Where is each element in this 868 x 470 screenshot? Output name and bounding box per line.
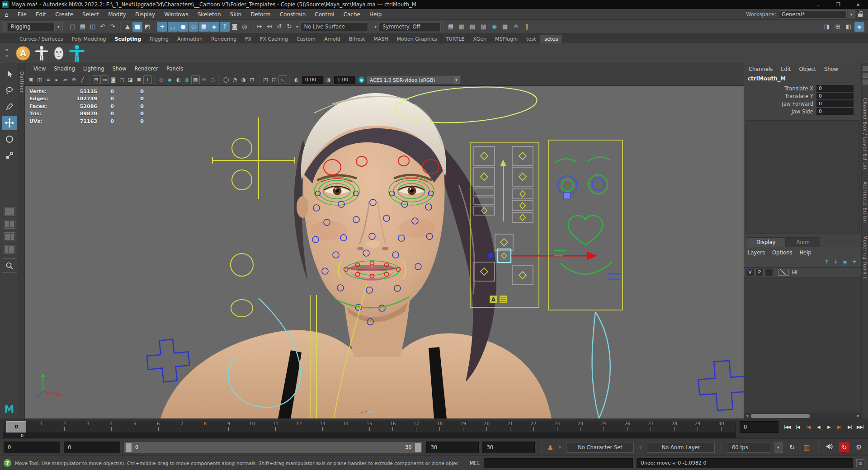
uv-editor-icon[interactable]: ▤ [446,22,456,32]
move-layer-down-icon[interactable]: ↓ [834,258,838,265]
scale-tool[interactable] [2,148,17,163]
exposure-icon[interactable]: ◐ [292,75,301,84]
shelf-tab-rendering[interactable]: Rendering [207,35,241,43]
step-back-key-button[interactable]: |◀ [803,421,813,432]
cb-menu-edit[interactable]: Edit [781,66,791,72]
resolution-gate-icon[interactable]: ◙ [109,75,118,84]
input-connections-icon[interactable]: ↦ [255,22,264,32]
shelf-tab-setea[interactable]: setea [540,35,562,43]
go-to-end-button[interactable]: ▶▶| [855,421,865,432]
motion-blur-icon[interactable]: ◌ [208,75,217,84]
film-gate-icon[interactable]: ▭ [100,75,109,84]
output-connections-icon[interactable]: ↤ [264,22,274,32]
zoom-layout-button[interactable] [2,258,17,273]
outliner-panel-tab[interactable]: Outliner [19,63,25,418]
vp-menu-view[interactable]: View [29,66,50,72]
no-live-surface-field[interactable]: No Live Surface [300,22,368,31]
menu-skeleton[interactable]: Skeleton [193,11,226,18]
frame-tick[interactable]: 24 [569,421,592,432]
menu-constrain[interactable]: Constrain [275,11,311,18]
exposure-field[interactable]: 0.00 [302,76,323,84]
frame-tick[interactable]: 10 [241,421,264,432]
menu-help[interactable]: Help [365,11,386,18]
channel-attribute-row[interactable]: Jaw Side 0 [744,108,861,115]
le-menu-options[interactable]: Options [772,249,792,256]
current-frame-field[interactable]: 0 [740,421,778,433]
redo-icon[interactable]: ↷ [108,22,118,32]
layer-name[interactable]: Hi [792,269,797,276]
grid-toggle-icon[interactable]: ⊞ [92,75,100,84]
shelf-item-face-mask[interactable] [53,46,65,61]
le-menu-help[interactable]: Help [799,249,811,256]
select-camera-icon[interactable]: ▣ [27,75,35,84]
channel-attribute-row[interactable]: Translate X 0 [744,85,861,92]
vp-menu-panels[interactable]: Panels [162,66,187,72]
bookmark-icon[interactable]: ▸ [52,75,61,84]
mute-audio-icon[interactable] [824,443,835,451]
shelf-tab-fx-caching[interactable]: FX Caching [256,35,292,43]
render-settings-icon[interactable]: ▨ [478,22,488,32]
snap-to-grids-icon[interactable]: + [157,22,167,32]
vp-menu-shading[interactable]: Shading [50,66,79,72]
field-chart-icon[interactable]: ◪ [126,75,135,84]
snap-to-points-icon[interactable]: ● [178,22,188,32]
minimize-button[interactable]: – [808,0,828,9]
modeling-toolkit-tab[interactable]: Modeling Toolkit [863,235,868,279]
safe-action-icon[interactable]: ▣ [135,75,143,84]
move-tool[interactable] [2,116,17,130]
frame-tick[interactable]: 27 [639,421,663,432]
playhead[interactable]: 0 [6,421,26,432]
layer-color-swatch[interactable] [778,269,789,276]
cb-menu-show[interactable]: Show [824,66,838,72]
split-pane-layout-button[interactable] [4,232,15,241]
range-slider[interactable]: 0 30 [124,442,423,453]
live-surface-caret-icon[interactable]: ▾ [296,24,298,29]
cb-menu-channels[interactable]: Channels [749,66,773,72]
node-editor-icon[interactable]: ▥ [457,22,467,32]
frame-tick[interactable]: 29 [686,421,709,432]
render-view-icon[interactable]: ◉ [489,22,499,32]
menu-set-caret-icon[interactable]: ▾ [55,22,63,31]
shelf-tab-bifrost[interactable]: Bifrost [345,35,370,43]
shelf-tab-msplugin[interactable]: MSPlugin [491,35,522,43]
frame-tick[interactable]: 6 [146,421,170,432]
hypershade-icon[interactable]: ▩ [500,22,510,32]
lasso-tool[interactable] [2,83,17,98]
snap-help-icon[interactable]: ? [220,22,230,32]
gamma-icon[interactable]: ◑ [324,75,333,84]
character-set-caret-icon[interactable]: ▿ [559,445,561,450]
shelf-tab-custom[interactable]: Custom [292,35,320,43]
lock-selection-icon[interactable]: ◙ [230,22,240,32]
layer-display-type-toggle[interactable] [765,269,773,276]
shelf-tab-test[interactable]: test [522,35,540,43]
attribute-editor-tab[interactable]: Attribute Editor [863,182,868,224]
occlusion-icon[interactable]: ☼ [200,75,208,84]
pane-layout2-icon[interactable]: ◱ [270,75,278,84]
shelf-tab-arnold[interactable]: Arnold [320,35,345,43]
range-end-handle[interactable] [415,443,421,452]
step-forward-frame-button[interactable]: ▶| [844,421,855,432]
tab-display[interactable]: Display [746,237,786,247]
frame-tick[interactable]: 2 [53,421,76,432]
shelf-tab-poly-modeling[interactable]: Poly Modeling [68,35,111,43]
safe-title-icon[interactable]: T [143,75,152,84]
fps-select[interactable]: 60 fps [727,442,770,453]
step-back-frame-button[interactable]: |◀ [793,421,803,432]
scene-3d[interactable]: A [25,86,744,418]
frame-tick[interactable]: 4 [100,421,123,432]
symmetry-caret-icon[interactable]: ▾ [375,24,377,29]
undo-icon[interactable]: ↶ [98,22,108,32]
gate-mask-icon[interactable]: ▢ [118,75,126,84]
frame-tick[interactable]: 15 [358,421,381,432]
humanik-toggle-icon[interactable]: ⊞ [833,22,843,32]
pause-viewport-icon[interactable]: ‖ [522,22,532,32]
layer-scrollbar[interactable]: ◀ ▶ [744,413,861,418]
lock-camera-icon[interactable]: ◫ [35,75,44,84]
viewport-canvas[interactable]: A [25,86,744,418]
snap-to-view-planes-icon[interactable]: ▦ [199,22,209,32]
shaded-mode-icon[interactable]: ◆ [165,75,174,84]
vp-menu-renderer[interactable]: Renderer [131,66,163,72]
menu-set-select[interactable]: Rigging [8,22,55,31]
colorspace-caret-icon[interactable]: ▾ [453,75,461,84]
menu-windows[interactable]: Windows [160,11,193,18]
